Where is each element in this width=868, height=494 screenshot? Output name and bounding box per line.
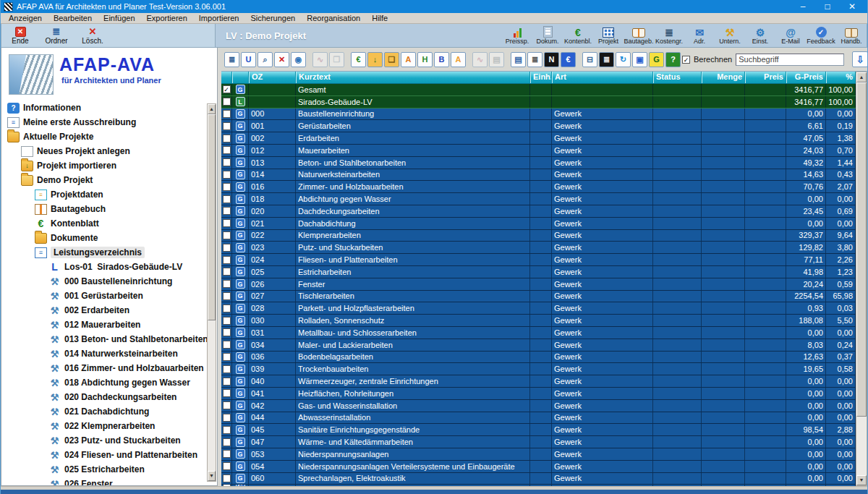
- save-icon[interactable]: ▣: [632, 52, 647, 67]
- scroll-up-icon[interactable]: ▲: [208, 104, 216, 114]
- hierarchy-icon[interactable]: ≣: [224, 52, 239, 67]
- tree-item-informationen[interactable]: ?Informationen: [4, 101, 207, 115]
- row-checkbox[interactable]: [223, 244, 231, 252]
- tree-item-los-01-sirados-geb-ude-lv[interactable]: LLos-01 Sirados-Gebäude-LV: [4, 260, 207, 274]
- table-row[interactable]: G018Abdichtung gegen WasserGewerk0,000,0…: [221, 193, 856, 205]
- row-checkbox[interactable]: [223, 158, 231, 166]
- row-checkbox[interactable]: [223, 207, 231, 215]
- table-row[interactable]: G001GerüstarbeitenGewerk6,610,19: [221, 120, 856, 132]
- row-checkbox[interactable]: [223, 305, 231, 312]
- row-checkbox[interactable]: [223, 378, 231, 386]
- row-checkbox[interactable]: [223, 122, 231, 130]
- row-select-cell[interactable]: [221, 339, 232, 351]
- row-checkbox[interactable]: [223, 110, 231, 118]
- table-row[interactable]: G044AbwasserinstallationGewerk0,000,00: [221, 412, 856, 425]
- letter-b-icon[interactable]: B: [434, 52, 449, 67]
- column-header-gpreis[interactable]: G-Preis: [786, 72, 826, 83]
- scroll-down-icon[interactable]: ▼: [856, 475, 867, 485]
- row-select-cell[interactable]: [221, 193, 232, 205]
- row-checkbox[interactable]: [223, 256, 231, 264]
- scrollbar-thumb[interactable]: [208, 114, 216, 320]
- row-select-cell[interactable]: [221, 96, 232, 108]
- row-checkbox[interactable]: [223, 98, 231, 106]
- maximize-button[interactable]: □: [815, 0, 840, 13]
- table-row[interactable]: G054Niederspannungsanlagen Verteilersyst…: [221, 461, 856, 473]
- delete-icon[interactable]: ✕: [274, 52, 289, 67]
- table-row[interactable]: G016Zimmer- und HolzbauarbeitenGewerk70,…: [221, 181, 856, 193]
- ende-button[interactable]: ✕Ende: [5, 26, 35, 45]
- toolbar-kostengr-button[interactable]: ≣Kostengr.: [654, 25, 684, 46]
- menu-anzeigen[interactable]: Anzeigen: [3, 13, 48, 24]
- row-select-cell[interactable]: [221, 181, 232, 192]
- scroll-up-icon[interactable]: ▲: [856, 72, 867, 82]
- tree-item-kontenblatt[interactable]: €Kontenblatt: [4, 216, 207, 231]
- table-row[interactable]: G030Rolladen, SonnenschutzGewerk188,085,…: [221, 315, 856, 327]
- tree-item-000-baustelleneinrichtung[interactable]: ⚒000 Baustelleneinrichtung: [4, 274, 207, 289]
- tree-item-016-zimmer-und-holzbauarbeiten[interactable]: ⚒016 Zimmer- und Holzbauarbeiten: [4, 361, 207, 375]
- camera-icon[interactable]: ◉: [291, 52, 306, 67]
- tree-item-018-abdichtung-gegen-wasser[interactable]: ⚒018 Abdichtung gegen Wasser: [4, 375, 207, 390]
- tree-item-meine-erste-ausschreibung[interactable]: ≡Meine erste Ausschreibung: [4, 115, 207, 129]
- tree-item-demo-projekt[interactable]: Demo Projekt: [4, 173, 207, 187]
- tree-item-bautagebuch[interactable]: Bautagebuch: [4, 202, 207, 216]
- row-select-cell[interactable]: ✓: [221, 84, 232, 95]
- row-checkbox[interactable]: [223, 219, 231, 227]
- column-header-einh[interactable]: Einh.: [530, 72, 552, 83]
- row-select-cell[interactable]: [221, 400, 232, 412]
- row-select-cell[interactable]: [221, 169, 232, 181]
- tree-item-013-beton-und-stahlbetonarbeiten[interactable]: ⚒013 Beton- und Stahlbetonarbeiten: [4, 332, 207, 346]
- copy-folder-icon[interactable]: ❏: [384, 52, 399, 67]
- column-header-pct[interactable]: %: [826, 72, 856, 83]
- row-select-cell[interactable]: [221, 291, 232, 302]
- column-header-preis[interactable]: Preis: [745, 72, 786, 83]
- row-select-cell[interactable]: [221, 145, 232, 156]
- refresh-icon[interactable]: ↻: [616, 52, 631, 67]
- menu-bearbeiten[interactable]: Bearbeiten: [48, 13, 98, 24]
- table-row[interactable]: ✓GGesamt3416,77100,00: [221, 84, 856, 96]
- row-select-cell[interactable]: [221, 327, 232, 338]
- row-checkbox[interactable]: [223, 450, 231, 458]
- column-header-sel[interactable]: [221, 72, 232, 83]
- tree-item-022-klempnerarbeiten[interactable]: ⚒022 Klempnerarbeiten: [4, 419, 207, 433]
- ordner-button[interactable]: ≣Ordner: [41, 26, 72, 45]
- row-checkbox[interactable]: [223, 146, 231, 154]
- letter-n-icon[interactable]: N: [544, 52, 559, 67]
- toolbar-e-mail-button[interactable]: @E-Mail: [775, 25, 806, 46]
- table-row[interactable]: G023Putz- und StuckarbeitenGewerk129,823…: [221, 242, 856, 254]
- column-header-oz[interactable]: OZ: [249, 72, 296, 83]
- table-row[interactable]: G027TischlerarbeitenGewerk2254,5465,98: [221, 291, 856, 303]
- l-sch-button[interactable]: ✕Lösch.: [77, 26, 108, 45]
- euro-icon[interactable]: €: [351, 52, 366, 67]
- row-checkbox[interactable]: [223, 353, 231, 361]
- tree-item-projektdaten[interactable]: ≡Projektdaten: [4, 187, 207, 202]
- row-select-cell[interactable]: [221, 448, 232, 460]
- table-row[interactable]: G025EstricharbeitenGewerk41,981,23: [221, 266, 856, 278]
- folder-import-icon[interactable]: ↓: [367, 52, 383, 67]
- row-checkbox[interactable]: [223, 171, 231, 179]
- table-row[interactable]: G047Wärme- und KältedämmarbeitenGewerk0,…: [221, 436, 856, 448]
- table-row[interactable]: G042Gas- und WasserinstallationGewerk0,0…: [221, 400, 856, 412]
- table-row[interactable]: G026FensterGewerk20,240,59: [221, 278, 856, 291]
- toolbar-adr-button[interactable]: ✉Adr.: [684, 25, 715, 46]
- row-checkbox[interactable]: [223, 135, 231, 142]
- row-checkbox[interactable]: [223, 426, 231, 434]
- column-header-status[interactable]: Status: [653, 72, 702, 83]
- scrollbar-thumb[interactable]: [856, 82, 867, 417]
- tree-item-dokumente[interactable]: Dokumente: [4, 231, 207, 245]
- row-select-cell[interactable]: [221, 205, 232, 217]
- tree-item-014-naturwerksteinarbeiten[interactable]: ⚒014 Naturwerksteinarbeiten: [4, 346, 207, 361]
- row-select-cell[interactable]: [221, 132, 232, 144]
- menu-hilfe[interactable]: Hilfe: [366, 13, 393, 24]
- row-select-cell[interactable]: [221, 108, 232, 120]
- table-row[interactable]: LSirados-Gebäude-LV3416,77100,00: [221, 96, 856, 108]
- print-icon[interactable]: ⊟: [582, 52, 597, 67]
- table-row[interactable]: G031Metallbau- und SchlosserarbeitenGewe…: [221, 327, 856, 339]
- column-header-art[interactable]: Art: [552, 72, 653, 83]
- table-row[interactable]: G028Parkett- und HolzpflasterarbeitenGew…: [221, 302, 856, 315]
- tree-item-023-putz-und-stuckarbeiten[interactable]: ⚒023 Putz- und Stuckarbeiten: [4, 433, 207, 448]
- row-checkbox[interactable]: [223, 280, 231, 288]
- column-header-kurztext[interactable]: Kurztext: [296, 72, 530, 83]
- menu-einf-gen[interactable]: Einfügen: [98, 13, 140, 24]
- row-select-cell[interactable]: [221, 375, 232, 387]
- row-select-cell[interactable]: [221, 352, 232, 363]
